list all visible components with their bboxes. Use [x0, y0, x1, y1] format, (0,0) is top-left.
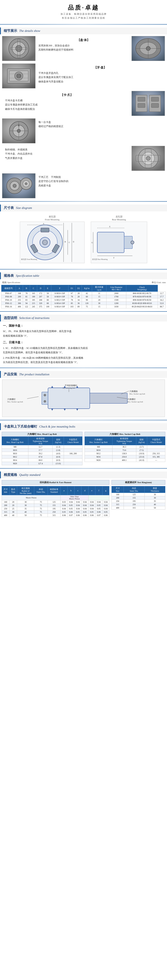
- svg-text:A: A: [43, 223, 44, 225]
- svg-text:六角螺钉: 六角螺钉: [7, 398, 16, 400]
- svg-marker-83: [64, 409, 66, 411]
- spec-table-cell: 168: [16, 292, 23, 295]
- svg-text:Hex. Socket cap bolt: Hex. Socket cap bolt: [127, 401, 143, 403]
- spec-col-d2: D2: [75, 285, 82, 292]
- runout-table-cell: 0.04: [88, 500, 95, 504]
- runout-table-cell: 75: [34, 507, 48, 510]
- spec-table-cell: 52.0: [158, 302, 166, 305]
- bolt-table-cell: [64, 445, 82, 449]
- bolt-section-title: 卡盘和上下爪组合螺钉 Chuck & jaw mounting bolts: [0, 423, 167, 430]
- runout-table-cell: 0.05: [102, 510, 109, 514]
- size-diagram-section: 前孔型Front Mounting A B C D: [0, 213, 167, 266]
- installation-body: 六角螺钉 Hex. Socket cap bolt 六角螺钉 Hex. Sock…: [0, 380, 167, 417]
- runout-table-cell: 195: [48, 507, 61, 510]
- spec-table-cell: 207: [37, 295, 44, 298]
- bolt-table-row: M812.7(1.3): [2, 445, 82, 449]
- bolt-table-cell: 17.7: [28, 449, 53, 452]
- bolt-table-cell: 73.6: [112, 449, 136, 452]
- runout-table-cell: 0.05: [67, 504, 74, 507]
- test-rings-cell: 35: [145, 500, 165, 503]
- spec-col-d: D: [37, 285, 44, 292]
- runout-table: 尺寸mm 形式Type 初正圆跳Radial ofNet Bar (mm) 外径…: [2, 486, 109, 517]
- runout-table-cell: 0.05: [95, 507, 102, 510]
- bolt-table-cell: 400.1: [112, 458, 136, 462]
- selection-title-en: Selection of instructions: [19, 316, 50, 320]
- runout-table-cell: 0.06: [95, 510, 102, 514]
- spec-table-cell: 406: [16, 305, 23, 309]
- size-title-en: Size disgram: [16, 206, 32, 210]
- bolt-table-cell: M8: [2, 445, 28, 449]
- spec-table-row: PSK-1025583185268686-M12×1SP783490201500…: [2, 298, 166, 302]
- bolt-table-row: M836.3(3.7): [85, 445, 165, 449]
- svg-text:千鸿安装螺钉: 千鸿安装螺钉: [65, 384, 77, 387]
- svg-point-57: [131, 241, 134, 244]
- detail-desc-6a: 干鸿工艺 干鸿制造: [39, 175, 162, 179]
- spec-table-cell: Φ78-Φ204 Φ70-Φ196: [126, 295, 158, 298]
- hex-socket-col-chuck: 卡盘型式Chuck Model: [147, 436, 165, 445]
- detail-desc-2: 干鸿卡盘牙盘内孔是以专属盘体实测尺寸配合加工确保盘体与牙盘佳配合: [39, 71, 162, 84]
- bolt-table-cell: 12.7: [28, 445, 53, 449]
- instructions-body: 一、国标卡盘： SC、PS、PSK 系列卡盘分为前孔型和后孔型两种，前孔型卡盘 …: [0, 323, 167, 365]
- other-pinion-label: Other ThanMaster Pinion: [61, 495, 88, 500]
- detail-desc-3: 干鸿卡盘卡爪槽是以专属盘体研磨适加工完成确保卡爪与盘体的最佳配合: [5, 99, 128, 111]
- runout-table-cell: 0.04: [88, 507, 95, 510]
- detail-label-1: 【盘·体】: [39, 38, 128, 43]
- spec-table-cell: 78: [23, 292, 30, 295]
- runout-table-cell: 0.04: [61, 504, 67, 507]
- spec-table-cell: 17.7: [158, 295, 166, 298]
- detail-desc-1: 采用灰铁300，添加合金成分其期性和耐磨性超优于现规材料: [39, 43, 128, 52]
- svg-text:前孔型 Front Mounting: 前孔型 Front Mounting: [21, 258, 37, 260]
- spec-table-cell: 1030: [106, 305, 126, 309]
- svg-rect-21: [151, 103, 159, 108]
- runout-table-cell: 0.07: [67, 514, 74, 517]
- hex-head-col-chuck: 卡盘型式Chuck Model: [64, 436, 82, 445]
- spec-table-cell: 306: [16, 302, 23, 305]
- quality-title-zh: 精度规格: [4, 473, 17, 477]
- runout-table-cell: 40: [17, 510, 34, 514]
- spec-table-cell: Φ100-Φ320 Φ90-Φ310: [126, 302, 158, 305]
- spec-table-row: PSK-0716878165172588-M10×1SP672842112000…: [2, 292, 166, 295]
- test-rings-cell: 30: [145, 496, 165, 500]
- svg-rect-18: [138, 97, 145, 101]
- detail-desc-4: 每一台卡盘都经过严格的精度校正: [39, 120, 162, 129]
- spec-table-row: PSK-0820081180207588-M10×1SP782860151700…: [2, 295, 166, 298]
- spec-table-cell: 200: [16, 295, 23, 298]
- spec-section-title: 规格表 Specification table: [0, 272, 167, 279]
- details-grid: 【盘·体】 采用灰铁300，添加合金成分其期性和耐磨性超优于现规材料: [0, 36, 167, 198]
- runout-table-cell: 75: [34, 504, 48, 507]
- bolt-table-cell: (6.9): [53, 455, 64, 458]
- spec-table-cell: 6-M14×1SP: [51, 302, 68, 305]
- test-rings-cell: 40: [145, 503, 165, 506]
- svg-text:E: E: [109, 226, 110, 228]
- spec-table-cell: 8-M10×1SP: [51, 295, 68, 298]
- spec-table-cell: 15: [92, 295, 106, 298]
- runout-table-cell: 0.04: [102, 507, 109, 510]
- runout-col-size: 尺寸mm: [2, 486, 10, 495]
- spec-table-cell: 42: [82, 292, 92, 295]
- runout-table-cell: 0.06: [74, 514, 82, 517]
- bolt-table-cell: (4.0): [53, 452, 64, 455]
- spec-col-f: F: [51, 285, 68, 292]
- install-diagram: 六角螺钉 Hex. Socket cap bolt 六角螺钉 Hex. Sock…: [2, 380, 165, 417]
- spec-table-cell: 11: [92, 292, 106, 295]
- detail-img-1b: [132, 36, 165, 61]
- selection-title-zh: 选型说明: [4, 316, 17, 320]
- hex-socket-table-wrap: 六角螺钉 Hex. Socket Cap Bolt 六角螺钉Hex. Socke…: [85, 432, 165, 465]
- runout-table-cell: 75: [34, 500, 48, 504]
- spec-table-cell: 88.7: [158, 305, 166, 309]
- bolt-table-cell: (25.0): [136, 455, 147, 458]
- detail-text-1: 【盘·体】 采用灰铁300，添加合金成分其期性和耐磨性超优于现规材料: [35, 36, 132, 54]
- bolt-table-row: M1039.2(4.0)160, 200: [2, 452, 82, 455]
- runout-table-cell: 0.04: [82, 500, 88, 504]
- runout-table-cell: 0.05: [88, 510, 95, 514]
- bolt-table-row: M1468.0(6.9): [2, 458, 82, 462]
- runout-table-cell: 0.04: [67, 500, 74, 504]
- runout-table-cell: 0.03: [61, 500, 67, 504]
- spec-table-cell: Φ120-Φ420 Φ110-Φ410: [126, 305, 158, 309]
- bolt-table-cell: [64, 462, 82, 465]
- spec-col-a: A: [16, 285, 23, 292]
- spec-table-cell: 81: [23, 295, 30, 298]
- detail-text-6: 干鸿工艺 干鸿制造 是坚守匠心打造专业制作的高精度卡盘: [35, 173, 165, 189]
- hex-head-col-torque-kgf: 扭矩(kgf·m): [53, 436, 64, 445]
- runout-table-cell: 75: [34, 514, 48, 517]
